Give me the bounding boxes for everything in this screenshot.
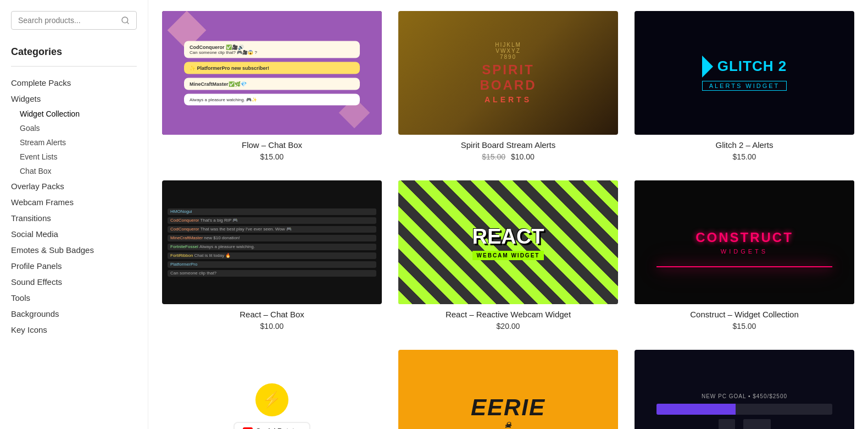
react-webcam-text-wrap: REACT WEBCAM WIDGET (398, 180, 618, 304)
price-value: $15.00 (260, 152, 284, 161)
price-value-construct: $15.00 (733, 322, 756, 331)
react-chat-lines: HMONogui CodConqueror That's a big RIP 🎮… (168, 208, 376, 277)
eerie-text: EERIE (471, 394, 546, 421)
react-line-6: FortiRibbon Chat is lit today 🔥 (168, 252, 376, 259)
product-name-glitch: Glitch 2 – Alerts (635, 140, 854, 150)
product-price-glitch: $15.00 (635, 152, 854, 161)
glitch-content: GLITCH 2 ALERTS WIDGET (702, 56, 787, 91)
eerie-content: EERIE ☠ (471, 394, 546, 430)
react-line-7: PlatformerPro (168, 261, 376, 268)
product-price-react-chat: $10.00 (162, 322, 382, 331)
product-name-react-webcam: React – Reactive Webcam Widget (398, 310, 618, 319)
product-card-flow-chat-box[interactable]: CodConqueror ✅🎥🔊 Can someone clip that? … (162, 11, 382, 164)
sidebar-subitem-stream-alerts[interactable]: Stream Alerts (11, 135, 137, 150)
product-name-react-chat: React – Chat Box (162, 310, 382, 319)
flow-chat-bubbles: CodConqueror ✅🎥🔊 Can someone clip that? … (184, 41, 360, 105)
product-info-react-webcam: React – Reactive Webcam Widget $20.00 (398, 304, 618, 333)
product-name-construct: Construct – Widget Collection (635, 310, 854, 319)
product-image-social: ⚡ Social Rotator (162, 350, 382, 429)
product-card-glitch2[interactable]: GLITCH 2 ALERTS WIDGET Glitch 2 – Alerts… (635, 11, 854, 164)
product-info-react-chat: React – Chat Box $10.00 (162, 304, 382, 333)
goal-bar-inner (656, 404, 736, 415)
product-price-construct: $15.00 (635, 322, 854, 331)
price-value-react-webcam: $20.00 (497, 322, 520, 331)
price-sale-spirit: $10.00 (511, 152, 535, 161)
react-line-2: CodConqueror That's a big RIP 🎮 (168, 217, 376, 224)
sidebar-subitem-goals[interactable]: Goals (11, 121, 137, 135)
product-card-construct[interactable]: CONSTRUCT WIDGETS Construct – Widget Col… (635, 180, 854, 333)
sidebar-item-tools[interactable]: Tools (11, 290, 137, 306)
sidebar-item-social-media[interactable]: Social Media (11, 226, 137, 242)
react-line-3: CodConqueror That was the best play I've… (168, 226, 376, 233)
sidebar-item-sound-effects[interactable]: Sound Effects (11, 274, 137, 290)
product-info-flow: Flow – Chat Box $15.00 (162, 135, 382, 164)
social-lightning: ⚡ (255, 383, 288, 416)
glitch-bg: GLITCH 2 ALERTS WIDGET (635, 11, 854, 135)
product-info-construct: Construct – Widget Collection $15.00 (635, 304, 854, 333)
glitch-subtitle: ALERTS WIDGET (702, 81, 787, 91)
spirit-bg: HIJKLMVWXYZ7890 SPIRITBOARD ALERTS (398, 11, 618, 135)
product-info-glitch: Glitch 2 – Alerts $15.00 (635, 135, 854, 164)
sidebar-item-complete-packs[interactable]: Complete Packs (11, 75, 137, 91)
eerie-sub: ☠ (471, 421, 546, 430)
products-grid: CodConqueror ✅🎥🔊 Can someone clip that? … (162, 11, 854, 429)
sidebar-subitem-chat-box[interactable]: Chat Box (11, 164, 137, 178)
product-image-react-chat: HMONogui CodConqueror That's a big RIP 🎮… (162, 180, 382, 304)
sidebar-item-widgets[interactable]: Widgets (11, 91, 137, 107)
product-price-spirit: $15.00 $10.00 (398, 152, 618, 161)
eerie-bg: EERIE ☠ (398, 350, 618, 429)
product-image-flow: CodConqueror ✅🎥🔊 Can someone clip that? … (162, 11, 382, 135)
construct-title: CONSTRUCT (695, 230, 793, 245)
react-webcam-big: REACT (472, 225, 544, 249)
product-name-spirit: Spirit Board Stream Alerts (398, 140, 618, 150)
product-card-spirit-board[interactable]: HIJKLMVWXYZ7890 SPIRITBOARD ALERTS Spiri… (398, 11, 618, 164)
search-icon (121, 16, 130, 25)
goal-stats (656, 419, 832, 429)
chat-bubble-3: MineCraftMaster✅🌿💎 (184, 78, 360, 90)
glitch-logo-wrap: GLITCH 2 (702, 56, 787, 78)
construct-content: CONSTRUCT WIDGETS (695, 230, 793, 255)
svg-line-1 (127, 22, 129, 24)
sidebar-item-overlay-packs[interactable]: Overlay Packs (11, 178, 137, 194)
goal-stat-1 (719, 419, 735, 429)
price-value-react-chat: $10.00 (260, 322, 284, 331)
sidebar-item-emotes[interactable]: Emotes & Sub Badges (11, 242, 137, 258)
goal-bar-outer (656, 404, 832, 415)
product-card-social[interactable]: ⚡ Social Rotator Social Rotator (162, 350, 382, 429)
product-card-react-chat[interactable]: HMONogui CodConqueror That's a big RIP 🎮… (162, 180, 382, 333)
sidebar-item-webcam-frames[interactable]: Webcam Frames (11, 194, 137, 210)
chat-bubble-4: Always a pleasure watching. 🎮✨ (184, 94, 360, 105)
product-image-react-webcam: REACT WEBCAM WIDGET (398, 180, 618, 304)
react-line-8: Can someone clip that? (168, 270, 376, 277)
sidebar-item-transitions[interactable]: Transitions (11, 210, 137, 226)
spirit-board-text: SPIRITBOARD (480, 62, 537, 93)
react-line-1: HMONogui (168, 208, 376, 215)
product-card-eerie[interactable]: EERIE ☠ Eerie (398, 350, 618, 429)
chat-bubble-2: ✨ PlatformerPro new subscriber! (184, 62, 360, 74)
product-card-goal[interactable]: NEW PC GOAL • $450/$2500 Goal Widget (635, 350, 854, 429)
categories-divider (11, 66, 137, 67)
sidebar-subitem-event-lists[interactable]: Event Lists (11, 150, 137, 164)
product-info-spirit: Spirit Board Stream Alerts $15.00 $10.00 (398, 135, 618, 164)
react-webcam-small: WEBCAM WIDGET (472, 251, 544, 260)
sidebar: Categories Complete Packs Widgets Widget… (0, 0, 148, 429)
construct-sub: WIDGETS (695, 248, 793, 255)
construct-glow-line (656, 266, 832, 267)
social-content: ⚡ Social Rotator (233, 383, 310, 430)
price-value-glitch: $15.00 (733, 152, 756, 161)
construct-bg: CONSTRUCT WIDGETS (635, 180, 854, 304)
react-line-5: FortniteFossel Always a pleasure watchin… (168, 244, 376, 250)
sidebar-subitem-widget-collection[interactable]: Widget Collection (11, 107, 137, 121)
sidebar-item-key-icons[interactable]: Key Icons (11, 322, 137, 338)
product-card-react-webcam[interactable]: REACT WEBCAM WIDGET React – Reactive Web… (398, 180, 618, 333)
categories-title: Categories (11, 46, 137, 58)
product-image-construct: CONSTRUCT WIDGETS (635, 180, 854, 304)
sidebar-item-profile-panels[interactable]: Profile Panels (11, 258, 137, 274)
search-input[interactable] (18, 16, 121, 25)
chat-bubble-1: CodConqueror ✅🎥🔊 Can someone clip that? … (184, 41, 360, 58)
flow-bg-decoration: CodConqueror ✅🎥🔊 Can someone clip that? … (162, 11, 382, 135)
react-chat-bg: HMONogui CodConqueror That's a big RIP 🎮… (162, 180, 382, 304)
react-webcam-bg: REACT WEBCAM WIDGET (398, 180, 618, 304)
search-box[interactable] (11, 11, 137, 30)
sidebar-item-backgrounds[interactable]: Backgrounds (11, 306, 137, 322)
